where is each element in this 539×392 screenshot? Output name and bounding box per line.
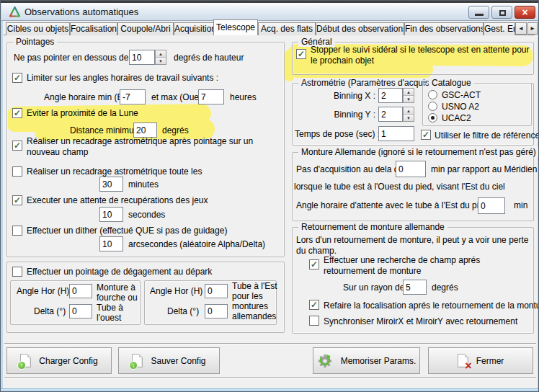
green-down-arrow-icon: ↓ [129,361,138,370]
memoriser-params-button[interactable]: Memoriser Params. [313,347,420,374]
stop-tracking-checkbox[interactable]: ✓ [296,49,306,59]
spinner-up-glyph: ▲ [406,90,411,94]
degagement-checkbox[interactable] [12,267,22,277]
spinner-up-glyph: ▲ [406,109,411,113]
avoid-moon-label: Eviter la proximité de la Lune [27,108,138,118]
memoriser-params-label: Memoriser Params. [341,356,416,366]
dither-suffix: arcsecondes (aléatoire Alpha/Delta) [128,239,265,249]
spinner-down-icon[interactable]: ▼ [404,96,414,102]
expo-label: Temps de pose (sec) : [295,129,380,139]
tab-scroll-right-icon: ► [530,25,535,32]
recadrage-new-checkbox[interactable]: ✓ [12,141,22,151]
binning-x-spinner[interactable]: ▲ ▼ [403,88,414,103]
charger-config-button[interactable]: ↑ Charger Config [6,347,112,374]
german-ha-input[interactable] [205,284,228,298]
tab-coupole-abri[interactable]: Coupole/Abri [117,22,174,35]
check-icon: ✓ [298,49,305,59]
expo-input[interactable] [378,126,414,141]
restore-icon [499,10,506,16]
radio-gsc-act[interactable] [428,90,437,99]
limit-ha-label: Limiter sur les angles horaires de trava… [27,73,218,83]
tab-cibles-ou-objets[interactable]: Cibles ou objets [6,22,70,35]
binning-x-input[interactable] [378,88,403,103]
moon-distance-label: Distance minimum [70,125,141,135]
tab-scroll-right-button[interactable]: ► [527,22,538,35]
group-retournement-title: Retournement de monture allemande [298,222,447,232]
check-icon: ✓ [14,73,21,83]
gear-icon [317,353,333,369]
group-catalogue-title: Catalogue [429,78,474,88]
min-height-input[interactable] [129,50,155,65]
check-icon: ✓ [311,259,318,270]
monture-meridien-input[interactable] [396,161,426,177]
recadrage-every-label: Réaliser un recadrage astrométrique tout… [27,166,202,177]
recadrage-every-input[interactable] [99,177,123,192]
tabstrip: Cibles ou objets Focalisation Coupole/Ab… [3,21,538,35]
min-height-spinner[interactable]: ▲ ▼ [155,50,166,65]
fermer-doc-icon: × [458,354,468,368]
degagement-label: Effectuer un pointage de dégagement au d… [27,267,212,277]
monture-attente-input[interactable] [478,197,505,214]
recadrage-new-label: Réaliser un recadrage astrométrique aprè… [27,136,279,158]
avoid-moon-checkbox[interactable]: ✓ [12,108,22,118]
recadrage-every-checkbox[interactable] [12,166,22,177]
tab-acquisition[interactable]: Acquisition [174,22,216,35]
spinner-down-icon[interactable]: ▼ [404,115,414,121]
charger-config-label: Charger Config [39,356,97,366]
filter-ref-label: Utiliser le filtre de référence [435,130,539,141]
min-height-suffix: degrés de hauteur [174,53,244,63]
attente-input[interactable] [99,207,123,222]
tab-debut-des-observations[interactable]: Début des observations [316,22,404,35]
tab-fin-des-observations[interactable]: Fin des observations [404,22,484,35]
spinner-down-icon[interactable]: ▼ [156,58,166,64]
attente-suffix: secondes [128,210,165,220]
attente-checkbox[interactable]: ✓ [12,195,22,205]
german-caption: Tube à l'Est pour les montures allemande… [232,281,278,321]
german-delta-input[interactable] [205,304,228,318]
group-monture-title: Monture Allemande (ignoré si le retourne… [298,147,539,157]
filter-ref-checkbox[interactable]: ✓ [421,130,431,140]
close-button[interactable]: × [514,6,535,19]
spinner-up-icon[interactable]: ▲ [156,50,166,58]
check-icon: ✓ [14,195,21,205]
binning-y-input[interactable] [378,107,403,122]
minimize-button[interactable] [468,6,489,19]
binning-y-spinner[interactable]: ▲ ▼ [403,107,414,122]
search-champ-checkbox[interactable]: ✓ [309,259,319,270]
tab-gest-erreurs[interactable]: Gest. Er [484,22,515,35]
tab-scroll-left-button[interactable]: ◄ [515,22,527,35]
moon-distance-input[interactable] [133,122,157,138]
red-x-icon: × [465,360,471,372]
tab-focalisation[interactable]: Focalisation [70,22,117,35]
fork-ha-input[interactable] [69,284,92,298]
retournement-note: Lors d'un retournement de monture, il pe… [296,235,533,257]
radio-usno-a2[interactable] [428,102,437,111]
refocus-checkbox[interactable]: ✓ [309,300,319,310]
minimize-icon [475,14,484,16]
limit-ha-checkbox[interactable]: ✓ [12,73,22,83]
spinner-down-glyph: ▼ [159,59,163,63]
tab-telescope[interactable]: Telescope [213,19,258,35]
monture-line1-suffix: min par rapport au Méridien [431,164,537,174]
check-icon: ✓ [311,300,318,310]
restore-button[interactable] [491,6,512,19]
attente-label: Executer une attente de recupérations de… [27,195,208,205]
rayon-input[interactable] [403,280,427,295]
sauver-config-button[interactable]: ↓ Sauver Config [118,347,220,374]
spinner-up-icon[interactable]: ▲ [404,89,414,96]
fork-delta-input[interactable] [69,304,92,318]
tab-acq-des-flats[interactable]: Acq. des flats [258,22,316,35]
dither-checkbox[interactable] [12,226,22,236]
fermer-button[interactable]: × Fermer [428,347,533,374]
dither-input[interactable] [99,236,123,251]
fermer-label: Fermer [476,356,504,366]
ha-min-input[interactable] [120,89,146,104]
german-delta-label: Delta (°) [167,306,199,316]
window-title: Observations automatiques [24,6,138,17]
radio-ucac2[interactable] [428,113,437,122]
sync-miroir-checkbox[interactable] [309,316,319,326]
dialog-window: Observations automatiques × Cibles ou ob… [0,0,539,392]
spinner-up-glyph: ▲ [159,52,163,56]
ha-max-input[interactable] [198,89,224,104]
spinner-up-icon[interactable]: ▲ [404,107,414,115]
